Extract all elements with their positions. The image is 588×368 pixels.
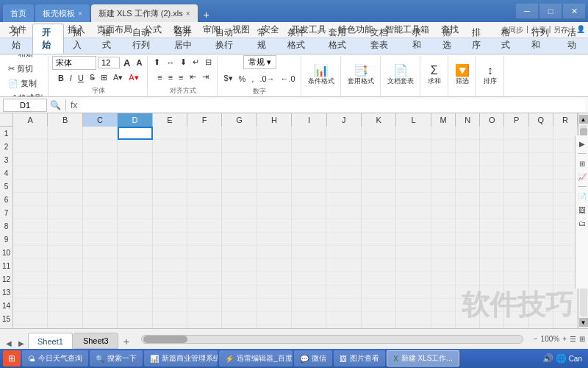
italic-button[interactable]: I [68, 71, 74, 85]
cell-H5[interactable] [257, 180, 292, 193]
cell-N13[interactable] [456, 286, 480, 299]
cell-M16[interactable] [431, 325, 456, 328]
cell-E16[interactable] [153, 325, 187, 328]
cell-G8[interactable] [222, 219, 257, 233]
tablestyle-button[interactable]: 📑 套用格式 [345, 61, 377, 91]
cell-D7[interactable] [118, 206, 152, 219]
cell-L9[interactable] [396, 233, 431, 246]
cell-P2[interactable] [504, 140, 528, 153]
cell-B1[interactable] [48, 127, 82, 140]
cell-O5[interactable] [480, 180, 504, 193]
cell-L7[interactable] [396, 206, 431, 219]
col-header-O[interactable]: O [480, 113, 504, 127]
cell-O11[interactable] [480, 259, 504, 272]
row-header-2[interactable]: 2 [0, 140, 13, 153]
cell-R8[interactable] [553, 219, 578, 233]
cell-E3[interactable] [153, 153, 187, 166]
cell-J6[interactable] [326, 193, 361, 206]
cell-F14[interactable] [187, 299, 222, 312]
decrease-font-button[interactable]: A [134, 56, 144, 69]
cell-A5[interactable] [13, 180, 48, 193]
cell-F2[interactable] [187, 140, 222, 153]
row-header-16[interactable]: 16 [0, 325, 13, 328]
cell-C2[interactable] [83, 140, 118, 153]
close-icon[interactable]: × [186, 10, 190, 18]
cell-M1[interactable] [431, 127, 456, 140]
cell-N7[interactable] [456, 206, 480, 219]
cell-H15[interactable] [257, 312, 292, 325]
cell-B6[interactable] [48, 193, 82, 206]
cell-J4[interactable] [326, 166, 361, 180]
ribbon-tab-active[interactable]: 活动 [559, 24, 588, 54]
row-header-4[interactable]: 4 [0, 166, 13, 180]
col-header-P[interactable]: P [504, 113, 528, 127]
cell-K13[interactable] [362, 286, 396, 299]
cell-H9[interactable] [257, 233, 292, 246]
sheet-tab-3[interactable]: Sheet3 [74, 333, 118, 349]
cell-I16[interactable] [292, 325, 326, 328]
cell-Q11[interactable] [529, 259, 553, 272]
cell-I6[interactable] [292, 193, 326, 206]
add-tab-button[interactable]: + [199, 7, 214, 22]
cell-D15[interactable] [118, 312, 152, 325]
row-header-5[interactable]: 5 [0, 180, 13, 193]
cell-C1[interactable] [83, 127, 118, 140]
cell-L14[interactable] [396, 299, 431, 312]
cell-L10[interactable] [396, 246, 431, 259]
col-header-Q[interactable]: Q [529, 113, 553, 127]
cell-I15[interactable] [292, 312, 326, 325]
cell-N8[interactable] [456, 219, 480, 233]
cell-Q2[interactable] [529, 140, 553, 153]
close-icon[interactable]: × [78, 10, 82, 18]
cell-A15[interactable] [13, 312, 48, 325]
sidebar-expand-icon[interactable]: ▶ [577, 138, 587, 149]
cell-G9[interactable] [222, 233, 257, 246]
formula-input[interactable] [80, 99, 585, 112]
cell-O7[interactable] [480, 206, 504, 219]
cell-I2[interactable] [292, 140, 326, 153]
cell-A7[interactable] [13, 206, 48, 219]
cell-R12[interactable] [553, 272, 578, 286]
cell-O12[interactable] [480, 272, 504, 286]
cut-button[interactable]: ✂ 剪切 [6, 62, 45, 75]
cell-R3[interactable] [553, 153, 578, 166]
cell-P8[interactable] [504, 219, 528, 233]
cell-E14[interactable] [153, 299, 187, 312]
minimize-button[interactable]: ─ [516, 4, 538, 18]
tab-homepage[interactable]: 首页 [3, 4, 34, 22]
ribbon-tab-condformat[interactable]: 条件格式 [279, 24, 320, 54]
dec-inc-button[interactable]: .0→ [257, 72, 276, 85]
cell-B11[interactable] [48, 259, 82, 272]
cell-A12[interactable] [13, 272, 48, 286]
cell-P12[interactable] [504, 272, 528, 286]
sum-button[interactable]: Σ 求和 [424, 61, 445, 91]
sidebar-img2-icon[interactable]: 🗂 [577, 218, 587, 228]
cell-H16[interactable] [257, 325, 292, 328]
cell-K14[interactable] [362, 299, 396, 312]
cell-K11[interactable] [362, 259, 396, 272]
cell-Q5[interactable] [529, 180, 553, 193]
cell-J11[interactable] [326, 259, 361, 272]
cell-N9[interactable] [456, 233, 480, 246]
cell-J8[interactable] [326, 219, 361, 233]
cell-H12[interactable] [257, 272, 292, 286]
col-header-N[interactable]: N [456, 113, 480, 127]
cell-I11[interactable] [292, 259, 326, 272]
col-header-L[interactable]: L [396, 113, 431, 127]
cell-O14[interactable] [480, 299, 504, 312]
cell-Q4[interactable] [529, 166, 553, 180]
cell-M14[interactable] [431, 299, 456, 312]
wrap-text-button[interactable]: ↵ [190, 56, 201, 69]
cell-R4[interactable] [553, 166, 578, 180]
cell-G3[interactable] [222, 153, 257, 166]
cell-J2[interactable] [326, 140, 361, 153]
cell-H11[interactable] [257, 259, 292, 272]
cell-L15[interactable] [396, 312, 431, 325]
col-header-E[interactable]: E [153, 113, 187, 127]
cell-E5[interactable] [153, 180, 187, 193]
ribbon-tab-cellstyle[interactable]: 文档套表 [362, 24, 404, 54]
cell-G10[interactable] [222, 246, 257, 259]
cell-Q15[interactable] [529, 312, 553, 325]
cell-D6[interactable] [118, 193, 152, 206]
cell-G11[interactable] [222, 259, 257, 272]
